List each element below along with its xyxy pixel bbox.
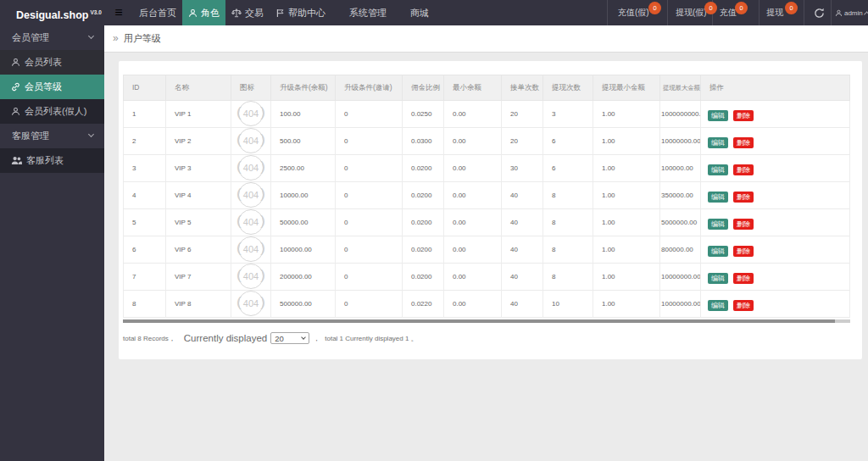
cell-actions: 编辑删除 — [701, 264, 850, 291]
sidebar-item-label: 客服列表 — [26, 154, 64, 167]
broken-image-404-icon: (404) — [236, 209, 266, 236]
delete-button[interactable]: 删除 — [733, 300, 754, 311]
edit-button[interactable]: 编辑 — [708, 246, 728, 257]
brand-version: V3.0 — [90, 9, 101, 15]
col-header-withdraw-count: 提现次数 — [543, 75, 593, 101]
cell-icon: (404) — [231, 264, 271, 291]
cell-actions: 编辑删除 — [701, 236, 850, 264]
cell-id: 6 — [123, 236, 166, 264]
col-header-withdraw-max: 提现最大金额 — [660, 75, 701, 101]
sidebar-item-label: 会员列表 — [25, 56, 62, 69]
cell-upgrade-balance: 10000.00 — [271, 182, 336, 209]
cell-upgrade-balance: 500.00 — [271, 128, 336, 155]
nav-item-label: 帮助中心 — [288, 0, 326, 25]
cell-withdraw-max: 350000.00 — [660, 182, 701, 209]
cell-order-count: 40 — [502, 209, 543, 236]
sidebar-group-member-mgmt[interactable]: 会员管理 — [0, 25, 104, 50]
sidebar-group-service-mgmt[interactable]: 客服管理 — [0, 124, 104, 148]
table-row: 5VIP 5(404)50000.0000.02000.004081.00500… — [123, 209, 850, 236]
edit-button[interactable]: 编辑 — [708, 137, 728, 148]
edit-button[interactable]: 编辑 — [708, 192, 728, 203]
nav-item-system[interactable]: 系统管理 — [343, 0, 392, 25]
page-size-value: 20 — [275, 334, 302, 343]
sidebar-item-member-level[interactable]: 会员等级 — [0, 75, 104, 99]
edit-button[interactable]: 编辑 — [708, 300, 728, 311]
breadcrumb: »用户等级 — [104, 25, 868, 53]
recharge-fake-badge: 0 — [648, 2, 661, 14]
cell-commission: 0.0200 — [403, 182, 444, 209]
page-size-select[interactable]: 20 — [270, 332, 309, 344]
cell-min-balance: 0.00 — [444, 236, 502, 264]
horizontal-scrollbar[interactable] — [123, 319, 850, 323]
delete-button[interactable]: 删除 — [733, 192, 754, 203]
table-row: 1VIP 1(404)100.0000.02500.002031.0010000… — [123, 101, 850, 128]
content-card: ID名称图标升级条件(余额)升级条件(邀请)佣金比例最小余额接单次数提现次数提现… — [119, 61, 862, 359]
nav-item-role[interactable]: 角色 — [182, 0, 225, 25]
delete-button[interactable]: 删除 — [733, 273, 754, 284]
recharge-link[interactable]: 充值0 — [712, 0, 759, 25]
chevron-up-icon — [864, 11, 868, 17]
chevron-down-icon — [88, 131, 94, 137]
link-icon — [11, 82, 20, 92]
cell-order-count: 30 — [502, 155, 543, 182]
cell-commission: 0.0300 — [403, 128, 444, 155]
recharge-fake-link[interactable]: 充值(假)0 — [607, 0, 667, 25]
refresh-button[interactable] — [804, 0, 833, 25]
cell-upgrade-invite: 0 — [336, 101, 403, 128]
pagination-separator: ， — [313, 334, 320, 343]
cell-order-count: 40 — [502, 291, 543, 318]
cell-order-count: 40 — [502, 264, 543, 291]
sidebar-item-label: 会员列表(假人) — [25, 105, 86, 118]
delete-button[interactable]: 删除 — [733, 110, 754, 121]
cell-withdraw-max: 5000000.00 — [660, 209, 701, 236]
cell-name: VIP 6 — [166, 236, 231, 264]
cell-id: 2 — [123, 128, 166, 155]
cell-min-balance: 0.00 — [444, 128, 502, 155]
broken-image-404-icon: (404) — [236, 101, 266, 128]
hamburger-icon[interactable]: ≡ — [104, 0, 133, 25]
withdraw-fake-label: 提现(假) — [676, 8, 707, 17]
cell-actions: 编辑删除 — [701, 182, 850, 209]
col-header-upgrade-invite: 升级条件(邀请) — [336, 75, 403, 101]
brand-logo[interactable]: Desigual.shopV3.0 — [0, 0, 104, 25]
delete-button[interactable]: 删除 — [733, 219, 754, 230]
edit-button[interactable]: 编辑 — [708, 273, 728, 284]
cell-icon: (404) — [231, 155, 271, 182]
cell-commission: 0.0200 — [403, 209, 444, 236]
cell-withdraw-count: 3 — [543, 101, 593, 128]
cell-withdraw-min: 1.00 — [593, 291, 660, 318]
delete-button[interactable]: 删除 — [733, 137, 754, 148]
edit-button[interactable]: 编辑 — [708, 110, 728, 121]
cell-commission: 0.0200 — [403, 236, 444, 264]
person-icon — [188, 8, 198, 18]
nav-item-dashboard[interactable]: 后台首页 — [133, 0, 182, 25]
withdraw-fake-link[interactable]: 提现(假)0 — [667, 0, 712, 25]
recharge-fake-label: 充值(假) — [618, 8, 649, 17]
withdraw-link[interactable]: 提现0 — [759, 0, 804, 25]
delete-button[interactable]: 删除 — [733, 164, 754, 175]
admin-menu[interactable]: admin — [831, 0, 868, 25]
cell-name: VIP 7 — [166, 264, 231, 291]
delete-button[interactable]: 删除 — [733, 246, 754, 257]
withdraw-label: 提现 — [766, 8, 783, 17]
sidebar-item-member-list-fake[interactable]: 会员列表(假人) — [0, 99, 104, 124]
cell-upgrade-balance: 500000.00 — [271, 291, 336, 318]
cell-withdraw-min: 1.00 — [593, 209, 660, 236]
cell-commission: 0.0200 — [403, 155, 444, 182]
sidebar-item-member-list[interactable]: 会员列表 — [0, 50, 104, 75]
nav-item-trade[interactable]: 交易 — [225, 0, 270, 25]
edit-button[interactable]: 编辑 — [708, 219, 728, 230]
col-header-withdraw-min: 提现最小金额 — [593, 75, 660, 101]
table-row: 3VIP 3(404)2500.0000.02000.003061.001000… — [123, 155, 850, 182]
nav-item-label: 后台首页 — [139, 0, 176, 25]
nav-item-help[interactable]: 帮助中心 — [270, 0, 331, 25]
nav-item-mall[interactable]: 商城 — [404, 0, 435, 25]
edit-button[interactable]: 编辑 — [708, 164, 728, 175]
cell-withdraw-count: 8 — [543, 182, 593, 209]
cell-upgrade-invite: 0 — [336, 209, 403, 236]
scrollbar-thumb[interactable] — [123, 319, 835, 323]
sidebar-item-service-list[interactable]: 客服列表 — [0, 148, 104, 173]
cell-icon: (404) — [231, 101, 271, 128]
nav-right: 充值(假)0提现(假)0充值0提现0admin — [607, 0, 868, 25]
user-level-table: ID名称图标升级条件(余额)升级条件(邀请)佣金比例最小余额接单次数提现次数提现… — [123, 75, 850, 318]
